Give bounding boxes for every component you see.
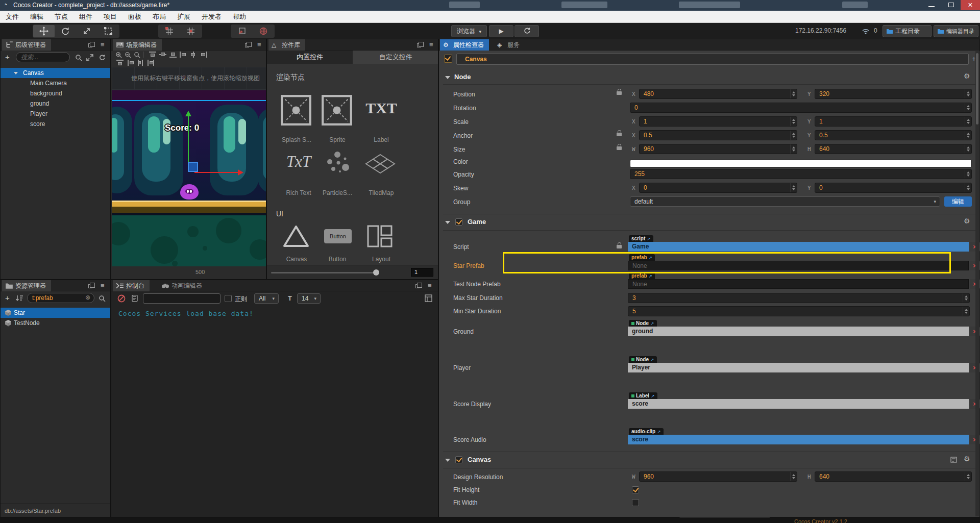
popout-icon[interactable] [415, 284, 420, 288]
tab-assets[interactable]: 资源管理器 [2, 280, 51, 291]
score-display-value-field[interactable]: score [628, 399, 969, 409]
library-item-canvas[interactable] [282, 224, 312, 251]
anchor-grid-button[interactable] [180, 25, 202, 37]
menu-component[interactable]: 组件 [74, 11, 98, 23]
sort-icon[interactable] [16, 295, 23, 302]
tree-node-canvas[interactable]: Canvas [1, 68, 110, 78]
scene-grid[interactable]: 使用鼠标右键平移视窗焦点，使用滚轮缩放视图 [112, 67, 266, 90]
tab-inspector[interactable]: ⚙ 属性检查器 [440, 39, 489, 51]
gear-icon[interactable]: ⚙ [964, 217, 970, 225]
stepper-control[interactable] [790, 117, 797, 126]
refresh-icon[interactable] [99, 54, 106, 61]
skew-x-input[interactable]: 0 [639, 183, 797, 193]
rotate-tool-button[interactable] [55, 25, 76, 37]
panel-menu-icon[interactable]: ≡ [428, 282, 432, 289]
zoom-reset-icon[interactable] [134, 52, 140, 58]
skew-y-input[interactable]: 0 [815, 183, 972, 193]
menu-edit[interactable]: 编辑 [24, 11, 49, 23]
distribute-v-icon[interactable] [147, 60, 154, 66]
stepper-control[interactable] [965, 131, 971, 140]
popout-icon[interactable] [417, 43, 421, 47]
player-value-field[interactable]: Player [628, 363, 969, 372]
stepper-control[interactable] [790, 144, 797, 154]
stepper-control[interactable] [965, 117, 971, 126]
hierarchy-search-input[interactable] [16, 52, 70, 62]
scene-viewport[interactable]: Score: 0 [112, 90, 266, 266]
expand-panel-icon[interactable] [425, 294, 432, 302]
clear-log-icon[interactable] [117, 294, 126, 303]
gizmo-anchor-handle[interactable] [188, 162, 198, 172]
regex-checkbox[interactable] [225, 295, 232, 302]
section-caret-icon[interactable] [445, 76, 450, 79]
scale-x-input[interactable]: 1 [639, 116, 797, 127]
menu-panel[interactable]: 面板 [122, 11, 147, 23]
zoom-value-box[interactable]: 1 [411, 268, 433, 277]
menu-extension[interactable]: 扩展 [172, 11, 196, 23]
view-3d-button[interactable] [253, 25, 274, 37]
stepper-control[interactable] [790, 89, 797, 98]
lock-icon[interactable] [617, 245, 622, 248]
fit-height-checkbox[interactable] [632, 486, 639, 493]
design-resolution-h-input[interactable]: 640 [815, 471, 972, 482]
external-link-icon[interactable]: ↗ [657, 429, 661, 434]
external-link-icon[interactable]: ↗ [649, 273, 653, 279]
zoom-slider-track[interactable] [271, 272, 378, 273]
scale-tool-button[interactable] [76, 25, 97, 37]
stepper-control[interactable] [965, 144, 971, 154]
inspector-scrollbar[interactable] [975, 51, 979, 516]
menu-help[interactable]: 帮助 [227, 11, 252, 23]
expand-all-icon[interactable] [86, 54, 93, 61]
minimize-button[interactable] [922, 0, 941, 10]
clear-search-icon[interactable]: ⊗ [85, 294, 90, 301]
tree-node-main-camera[interactable]: Main Camera [1, 78, 110, 88]
section-caret-icon[interactable] [445, 221, 450, 224]
panel-menu-icon[interactable]: ≡ [101, 282, 105, 289]
stepper-control[interactable] [790, 472, 797, 481]
assets-search-input[interactable] [27, 293, 94, 303]
lock-icon[interactable] [617, 146, 622, 150]
position-y-input[interactable]: 320 [815, 89, 972, 99]
stepper-control[interactable] [965, 183, 971, 192]
tab-console[interactable]: 控制台 [113, 280, 150, 291]
zoom-in-icon[interactable] [115, 52, 122, 58]
tree-node-score[interactable]: score [1, 119, 110, 129]
size-w-input[interactable]: 960 [639, 144, 797, 154]
tab-animation-editor[interactable]: 动画编辑器 [158, 280, 207, 291]
stepper-control[interactable] [965, 89, 971, 98]
add-node-button[interactable]: + [5, 53, 10, 61]
move-tool-button[interactable] [33, 25, 55, 37]
panel-menu-icon[interactable]: ≡ [101, 41, 105, 48]
color-swatch[interactable] [630, 160, 972, 167]
scale-y-input[interactable]: 1 [815, 116, 972, 127]
tab-hierarchy[interactable]: 层级管理器 [2, 39, 51, 51]
search-icon[interactable] [99, 295, 106, 302]
pivot-grid-button[interactable] [159, 25, 180, 37]
score-audio-value-field[interactable]: score [628, 435, 969, 444]
tab-builtin-widgets[interactable]: 内置控件 [267, 51, 353, 64]
gizmo-x-axis[interactable] [194, 172, 238, 173]
scrollbar-thumb[interactable] [976, 53, 978, 124]
library-item-label-node[interactable]: TXT [360, 99, 403, 125]
external-link-icon[interactable]: ↗ [647, 236, 651, 241]
menu-layout[interactable]: 布局 [147, 11, 172, 23]
align-right-icon[interactable] [200, 52, 207, 58]
tab-widget-library[interactable]: △ 控件库 [268, 39, 305, 51]
panel-menu-icon[interactable]: ≡ [429, 41, 433, 48]
design-resolution-w-input[interactable]: 960 [639, 471, 797, 482]
canvas-enabled-checkbox[interactable] [455, 456, 462, 463]
play-button[interactable]: ▶ [489, 25, 513, 37]
library-item-richtext[interactable]: TxT [278, 153, 319, 180]
tab-scene-editor[interactable]: 场景编辑器 [113, 39, 162, 51]
panel-menu-icon[interactable]: ≡ [257, 41, 261, 48]
opacity-input[interactable]: 255 [630, 169, 972, 179]
library-item-particle[interactable] [323, 148, 354, 179]
group-edit-button[interactable]: 编辑 [944, 196, 972, 207]
log-file-icon[interactable] [132, 294, 138, 302]
stepper-control[interactable] [963, 307, 969, 316]
gear-icon[interactable]: ⚙ [964, 72, 970, 80]
anchor-x-input[interactable]: 0.5 [639, 130, 797, 140]
align-middle-icon[interactable] [159, 52, 166, 58]
size-h-input[interactable]: 640 [815, 144, 972, 154]
max-star-duration-input[interactable]: 3 [628, 293, 970, 303]
group-dropdown[interactable]: default ▾ [630, 196, 940, 207]
